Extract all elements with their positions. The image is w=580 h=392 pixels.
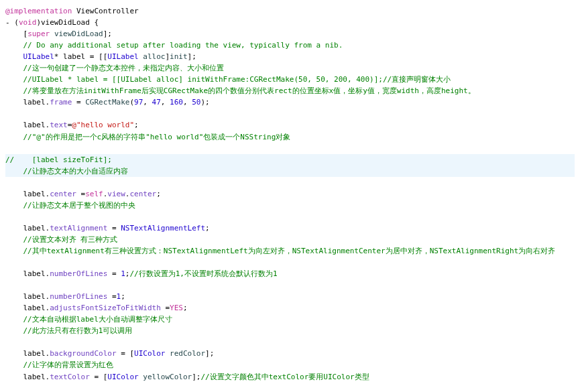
code-token xyxy=(5,144,23,153)
code-line: UILabel* label = [[UILabel alloc]init]; xyxy=(5,51,575,62)
code-token xyxy=(5,212,23,221)
code-token: viewDidLoad xyxy=(54,29,103,38)
code-token: UILabel xyxy=(107,52,138,61)
code-token: label. xyxy=(5,269,50,278)
code-line: label.center =self.view.center; xyxy=(5,188,575,200)
code-line: - (void)viewDidLoad { xyxy=(5,17,575,28)
code-token xyxy=(5,52,23,61)
code-token: = xyxy=(107,269,121,278)
code-line: // Do any additional setup after loading… xyxy=(5,40,575,51)
code-line xyxy=(5,143,575,154)
code-token: ]; xyxy=(205,349,214,358)
code-token: label. xyxy=(5,98,50,107)
code-token: 1 xyxy=(121,269,125,278)
code-token: center xyxy=(50,190,76,198)
code-token: UILabel xyxy=(23,52,54,61)
code-token: textColor xyxy=(50,373,90,381)
code-token: adjustsFontSizeToFitWidth xyxy=(50,304,161,312)
code-token: , xyxy=(143,98,152,107)
code-token: = xyxy=(107,224,121,233)
code-token: label. xyxy=(5,190,50,198)
code-token: yellowColor xyxy=(143,373,192,381)
code-line: //此方法只有在行数为1可以调用 xyxy=(5,325,575,336)
code-token: label. xyxy=(5,349,50,358)
code-token xyxy=(5,338,23,346)
code-token: textAlignment xyxy=(50,224,107,233)
code-token: ]; xyxy=(188,52,196,61)
code-token: backgroundColor xyxy=(50,349,116,358)
code-token: @implementation xyxy=(5,7,72,15)
code-token xyxy=(50,29,54,38)
code-line: //"@"的作用是把一个c风格的字符串"hello world"包装成一个NSS… xyxy=(5,131,575,143)
code-token: 47 xyxy=(152,98,161,107)
code-token: = xyxy=(107,292,116,301)
code-token: = [ xyxy=(117,349,135,358)
code-token: YES xyxy=(170,304,183,312)
code-token: ViewController xyxy=(72,7,138,15)
code-token: view xyxy=(107,190,125,198)
code-line: [super viewDidLoad]; xyxy=(5,28,575,40)
code-line: @implementation ViewController xyxy=(5,5,575,17)
code-token: , xyxy=(161,98,170,107)
code-block: @implementation ViewController- (void)vi… xyxy=(5,5,575,392)
code-token: //让静态文本的大小自适应内容 xyxy=(5,167,128,176)
code-token xyxy=(5,384,23,392)
code-token: //让字体的背景设置为红色 xyxy=(5,361,113,369)
code-token: UIColor xyxy=(134,349,165,358)
code-line: //将变量放在方法initWithFrame后实现CGRectMake的四个数值… xyxy=(5,85,575,96)
code-token: numberOfLines xyxy=(50,292,107,301)
code-line: // [label sizeToFit]; xyxy=(5,154,575,166)
code-line: //让静态文本居于整个视图的中央 xyxy=(5,200,575,211)
code-line: label.text=@"hello world"; xyxy=(5,119,575,131)
code-line xyxy=(5,257,575,268)
code-line: label.frame = CGRectMake(97, 47, 160, 50… xyxy=(5,96,575,108)
code-token: //行数设置为1,不设置时系统会默认行数为1 xyxy=(129,269,277,278)
code-token: @"hello world" xyxy=(72,121,134,129)
code-line xyxy=(5,177,575,188)
code-token: // Do any additional setup after loading… xyxy=(5,41,343,50)
code-token xyxy=(5,178,23,187)
code-line xyxy=(5,383,575,392)
code-line xyxy=(5,279,575,291)
code-token: //将变量放在方法initWithFrame后实现CGRectMake的四个数值… xyxy=(5,86,475,95)
code-token: ; xyxy=(183,304,188,312)
code-token: label. xyxy=(5,224,50,233)
code-token: numberOfLines xyxy=(50,269,107,278)
code-line: //其中textAlignment有三种设置方式：NSTextAlignment… xyxy=(5,245,575,257)
code-token: [ xyxy=(5,29,27,38)
code-token: //让静态文本居于整个视图的中央 xyxy=(5,201,135,210)
code-token: = xyxy=(76,190,85,198)
code-token: redColor xyxy=(170,349,205,358)
code-line: //这一句创建了一个静态文本控件，未指定内容、大小和位置 xyxy=(5,62,575,74)
code-line xyxy=(5,211,575,222)
code-token: //设置文字颜色其中textColor要用UIColor类型 xyxy=(200,373,369,381)
code-token: self xyxy=(85,190,103,198)
code-token: 50 xyxy=(192,98,200,107)
code-token xyxy=(5,258,23,267)
code-line xyxy=(5,336,575,348)
code-line xyxy=(5,108,575,119)
code-token: label. xyxy=(5,292,50,301)
code-line: //设置文本对齐 有三种方式 xyxy=(5,234,575,245)
code-token: // [label sizeToFit]; xyxy=(5,155,112,164)
code-token: void xyxy=(19,18,37,27)
code-token: ; xyxy=(134,121,139,129)
code-token: 160 xyxy=(170,98,183,107)
code-line: label.backgroundColor = [UIColor redColo… xyxy=(5,348,575,359)
code-token: //UILabel * label = [[UILabel alloc] ini… xyxy=(5,75,451,84)
code-token xyxy=(5,109,23,118)
code-token: //其中textAlignment有三种设置方式：NSTextAlignment… xyxy=(5,247,555,255)
code-line: //文本自动根据label大小自动调整字体尺寸 xyxy=(5,314,575,325)
code-token: = xyxy=(161,304,170,312)
code-token: //此方法只有在行数为1可以调用 xyxy=(5,326,132,335)
code-token: NSTextAlignmentLeft xyxy=(121,224,205,233)
code-line: label.adjustsFontSizeToFitWidth =YES; xyxy=(5,302,575,314)
code-token: //这一句创建了一个静态文本控件，未指定内容、大小和位置 xyxy=(5,64,224,72)
code-token: )viewDidLoad { xyxy=(36,18,99,27)
code-token: , xyxy=(183,98,192,107)
code-token: ]; xyxy=(192,373,200,381)
code-line: label.numberOfLines =1; xyxy=(5,291,575,302)
code-token: ; xyxy=(205,224,210,233)
code-token: - ( xyxy=(5,18,19,27)
code-token: CGRectMake xyxy=(85,98,129,107)
